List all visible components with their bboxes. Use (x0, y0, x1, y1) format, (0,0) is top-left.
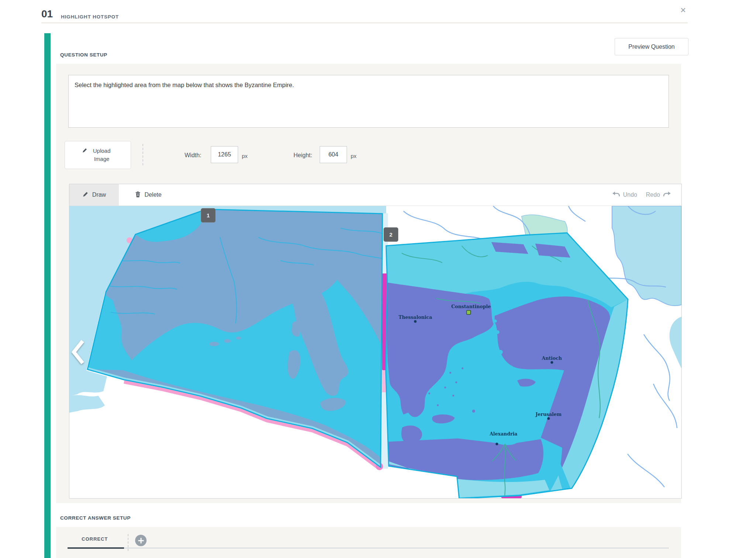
constantinople-marker (467, 310, 471, 314)
add-correct-answer-button[interactable] (135, 535, 147, 546)
correct-answer-setup-title: CORRECT ANSWER SETUP (60, 515, 131, 521)
preview-question-button[interactable]: Preview Question (615, 38, 688, 55)
width-label: Width: (185, 152, 201, 159)
marmara-sea (494, 320, 497, 323)
width-input[interactable] (211, 146, 238, 163)
undo-button[interactable]: Undo (612, 184, 637, 206)
delete-label: Delete (144, 192, 161, 198)
height-label: Height: (293, 152, 312, 159)
height-input[interactable] (320, 146, 347, 163)
upload-image-button[interactable]: Upload Image (65, 141, 131, 169)
upload-divider (142, 144, 143, 165)
previous-image-chevron[interactable] (70, 338, 86, 366)
width-unit: px (242, 153, 248, 159)
height-unit: px (351, 153, 357, 159)
draw-tool-button[interactable]: Draw (69, 184, 119, 206)
header-divider (41, 23, 688, 23)
undo-label: Undo (623, 192, 637, 198)
redo-icon (663, 191, 671, 199)
byzantine-map-svg: Constantinople Thessalonica Antioch Jeru… (69, 206, 681, 498)
correct-tab-underline (68, 547, 124, 549)
map-canvas[interactable]: Constantinople Thessalonica Antioch Jeru… (69, 206, 681, 498)
aegean-gulf (496, 330, 499, 334)
correct-answer-panel (56, 527, 681, 558)
balearic-island (224, 339, 231, 343)
balearic-island (236, 337, 241, 340)
city-label: Alexandria (489, 431, 517, 437)
city-label: Jerusalem (535, 411, 562, 417)
trash-icon (135, 191, 141, 199)
redo-button[interactable]: Redo (646, 184, 671, 206)
delete-tool-button[interactable]: Delete (119, 184, 178, 206)
tab-divider (128, 534, 128, 551)
pencil-icon (82, 148, 87, 155)
tab-correct[interactable]: CORRECT (82, 536, 108, 542)
hotspot-editor-frame: Draw Delete Undo Redo (69, 184, 682, 499)
hotspot-question-editor: 01 HIGHLIGHT HOTSPOT × Preview Question … (0, 0, 756, 558)
city-label: Antioch (542, 355, 562, 361)
pencil-icon (82, 191, 89, 199)
question-setup-title: QUESTION SETUP (60, 52, 107, 58)
hotspot-badge-1[interactable]: 1 (201, 208, 216, 223)
aegean-gulf (498, 350, 503, 354)
question-number: 01 (41, 8, 53, 20)
question-type-label: HIGHLIGHT HOTSPOT (61, 14, 119, 20)
undo-icon (612, 191, 620, 199)
redo-label: Redo (646, 192, 660, 198)
question-text-input[interactable]: Select the highlighted area from the map… (68, 75, 669, 128)
draw-label: Draw (92, 192, 106, 198)
city-label: Constantinople (451, 304, 491, 309)
hotspot-badge-2[interactable]: 2 (384, 227, 398, 242)
balearic-island (209, 342, 219, 346)
accent-bar (44, 33, 51, 558)
close-icon[interactable]: × (680, 5, 686, 15)
upload-image-label: Upload Image (90, 147, 114, 163)
tab-rule (124, 548, 669, 548)
city-label: Thessalonica (398, 314, 432, 320)
map-toolbar: Draw Delete Undo Redo (69, 184, 681, 206)
corsica (292, 321, 300, 337)
